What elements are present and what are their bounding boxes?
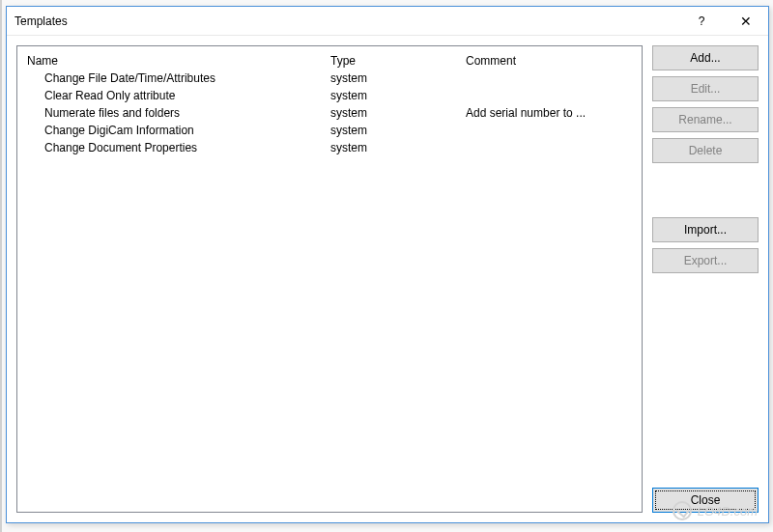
list-item[interactable]: Change DigiCam Information system (17, 122, 642, 139)
cell-comment: Add serial number to ... (466, 106, 638, 120)
column-header-name[interactable]: Name (21, 54, 330, 68)
templates-list[interactable]: Name Type Comment Change File Date/Time/… (16, 45, 643, 513)
list-header: Name Type Comment (17, 52, 642, 70)
list-item[interactable]: Clear Read Only attribute system (17, 87, 642, 104)
cell-type: system (330, 124, 466, 137)
cell-name: Change Document Properties (21, 141, 330, 154)
help-button[interactable]: ? (679, 7, 724, 36)
rename-button[interactable]: Rename... (652, 107, 759, 132)
import-button[interactable]: Import... (652, 217, 759, 242)
list-item[interactable]: Change Document Properties system (17, 139, 642, 156)
cell-type: system (330, 106, 466, 120)
cell-name: Clear Read Only attribute (21, 89, 330, 102)
column-header-comment[interactable]: Comment (466, 54, 638, 68)
cell-type: system (330, 141, 466, 154)
delete-button[interactable]: Delete (652, 138, 759, 163)
close-window-button[interactable]: ✕ (724, 7, 768, 36)
export-button[interactable]: Export... (652, 248, 759, 273)
dialog-body: Name Type Comment Change File Date/Time/… (7, 36, 768, 522)
spacer (652, 279, 759, 482)
window-title: Templates (14, 14, 679, 28)
cell-name: Change File Date/Time/Attributes (21, 71, 330, 85)
templates-dialog: Templates ? ✕ Name Type Comment Change F… (6, 6, 769, 523)
list-item[interactable]: Numerate files and folders system Add se… (17, 104, 642, 122)
button-column: Add... Edit... Rename... Delete Import..… (652, 45, 759, 513)
column-header-type[interactable]: Type (330, 54, 466, 68)
add-button[interactable]: Add... (652, 45, 759, 70)
cell-type: system (330, 71, 466, 85)
cell-name: Change DigiCam Information (21, 124, 330, 137)
cell-type: system (330, 89, 466, 102)
edit-button[interactable]: Edit... (652, 76, 759, 101)
cell-name: Numerate files and folders (21, 106, 330, 120)
close-button[interactable]: Close (652, 488, 759, 513)
list-item[interactable]: Change File Date/Time/Attributes system (17, 70, 642, 87)
spacer (652, 169, 759, 211)
titlebar: Templates ? ✕ (7, 7, 768, 36)
